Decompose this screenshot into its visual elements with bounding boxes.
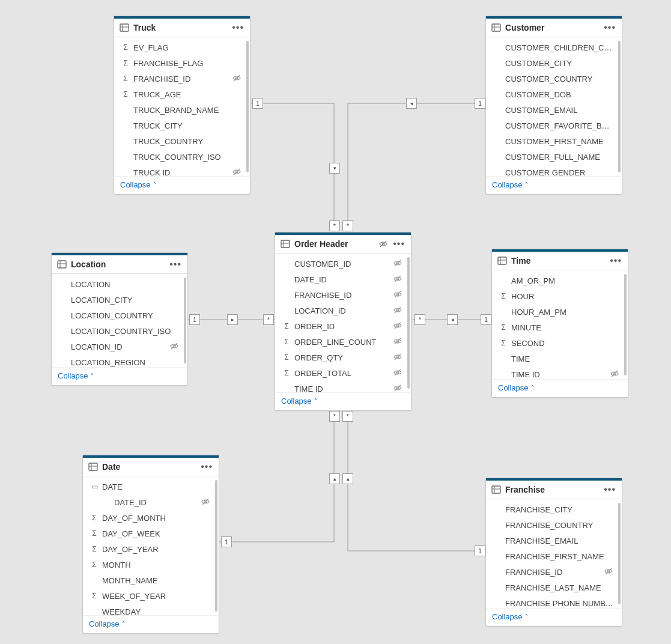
field-row[interactable]: LOCATION_REGION [52,354,187,367]
collapse-button[interactable]: Collapse ˄ [492,180,528,189]
field-row[interactable]: LOCATION_ID [275,303,411,318]
field-row[interactable]: ΣEV_FLAG [114,40,250,55]
table-card-order-header[interactable]: Order Header ••• CUSTOMER_IDDATE_IDFRANC… [275,232,411,411]
field-row[interactable]: CUSTOMER_DOB [486,87,622,102]
collapse-button[interactable]: Collapse ˄ [120,180,156,189]
collapse-button[interactable]: Collapse ˄ [58,371,94,380]
field-row[interactable]: FRANCHISE_ID [275,287,411,303]
field-list[interactable]: AM_OR_PMΣHOURHOUR_AM_PMΣMINUTEΣSECONDTIM… [492,270,628,379]
field-row[interactable]: ΣFRANCHISE_ID [114,71,250,87]
field-row[interactable]: LOCATION_COUNTRY_ISO [52,323,187,339]
card-header[interactable]: Franchise ••• [486,481,622,499]
collapse-button[interactable]: Collapse ˄ [492,612,528,621]
field-row[interactable]: ΣWEEK_OF_YEAR [83,588,219,604]
field-list[interactable]: LOCATIONLOCATION_CITYLOCATION_COUNTRYLOC… [52,274,187,367]
collapse-button[interactable]: Collapse ˄ [498,383,534,392]
hidden-eye-icon [232,167,241,177]
field-row[interactable]: LOCATION [52,276,187,292]
card-header[interactable]: Customer ••• [486,19,622,37]
field-row[interactable]: CUSTOMER_EMAIL [486,102,622,118]
field-row[interactable]: CUSTOMER_COUNTRY [486,71,622,87]
field-row[interactable]: AM_OR_PM [492,273,628,288]
table-card-franchise[interactable]: Franchise ••• FRANCHISE_CITYFRANCHISE_CO… [485,478,622,627]
model-canvas[interactable]: 1 ▾ * 1 ◂ * 1 ▸ * * ◂ 1 1 ▴ * 1 ▴ * Truc… [0,0,671,644]
field-row[interactable]: ΣHOUR [492,288,628,304]
field-row[interactable]: LOCATION_ID [52,339,187,354]
field-row[interactable]: WEEKDAY [83,604,219,615]
field-row[interactable]: FRANCHISE_FIRST_NAME [486,548,622,564]
field-row[interactable]: FRANCHISE PHONE NUMBER [486,595,622,608]
more-options-icon[interactable]: ••• [610,259,622,263]
field-row[interactable]: TIME [492,351,628,366]
collapse-label: Collapse [492,180,523,189]
field-row[interactable]: ΣORDER_ID [275,318,411,334]
field-row[interactable]: LOCATION_COUNTRY [52,308,187,323]
field-row[interactable]: ΣTRUCK_AGE [114,87,250,102]
cardinality-many: * [329,411,340,422]
more-options-icon[interactable]: ••• [604,26,616,29]
field-row[interactable]: FRANCHISE_EMAIL [486,533,622,548]
card-header[interactable]: Order Header ••• [275,235,411,254]
filter-direction-icon: ▴ [342,473,353,484]
svg-rect-33 [89,463,97,470]
field-row[interactable]: ΣSECOND [492,335,628,351]
field-row[interactable]: ΣFRANCHISE_FLAG [114,55,250,71]
card-header[interactable]: Time ••• [492,252,628,270]
more-options-icon[interactable]: ••• [169,263,181,266]
field-row[interactable]: FRANCHISE_ID [486,564,622,580]
field-row[interactable]: CUSTOMER_CHILDREN_COUNT [486,40,622,55]
field-list[interactable]: FRANCHISE_CITYFRANCHISE_COUNTRYFRANCHISE… [486,499,622,608]
more-options-icon[interactable]: ••• [604,488,616,491]
field-row[interactable]: HOUR_AM_PM [492,304,628,320]
table-card-truck[interactable]: Truck ••• ΣEV_FLAGΣFRANCHISE_FLAGΣFRANCH… [114,16,250,195]
field-row[interactable]: MONTH_NAME [83,573,219,588]
field-row[interactable]: TRUCK_BRAND_NAME [114,102,250,118]
field-row[interactable]: CUSTOMER_FAVORITE_BAND [486,118,622,133]
field-list[interactable]: CUSTOMER_CHILDREN_COUNTCUSTOMER_CITYCUST… [486,37,622,176]
field-row[interactable]: DATE_ID [275,272,411,287]
field-list[interactable]: ΣEV_FLAGΣFRANCHISE_FLAGΣFRANCHISE_IDΣTRU… [114,37,250,176]
collapse-button[interactable]: Collapse ˄ [89,619,125,628]
table-card-customer[interactable]: Customer ••• CUSTOMER_CHILDREN_COUNTCUST… [485,16,622,195]
table-title: Franchise [505,485,545,494]
card-header[interactable]: Truck ••• [114,19,250,37]
field-row[interactable]: TIME ID [492,366,628,379]
field-list[interactable]: CUSTOMER_IDDATE_IDFRANCHISE_IDLOCATION_I… [275,254,411,392]
field-row[interactable]: ▭DATE [83,479,219,494]
sigma-icon: Σ [281,322,292,330]
field-row[interactable]: TRUCK ID [114,165,250,176]
field-row[interactable]: FRANCHISE_COUNTRY [486,517,622,533]
field-row[interactable]: TIME ID [275,381,411,392]
field-row[interactable]: ΣORDER_LINE_COUNT [275,334,411,350]
collapse-button[interactable]: Collapse ˄ [281,396,317,406]
field-row[interactable]: DATE_ID [83,494,219,510]
field-row[interactable]: TRUCK_CITY [114,118,250,133]
field-row[interactable]: FRANCHISE_CITY [486,502,622,517]
field-row[interactable]: ΣORDER_TOTAL [275,365,411,381]
table-card-location[interactable]: Location ••• LOCATIONLOCATION_CITYLOCATI… [51,252,188,386]
field-row[interactable]: ΣMONTH [83,557,219,573]
field-row[interactable]: ΣORDER_QTY [275,350,411,365]
field-row[interactable]: CUSTOMER_FIRST_NAME [486,133,622,149]
field-row[interactable]: TRUCK_COUNTRY [114,133,250,149]
table-title: Customer [505,23,544,32]
field-row[interactable]: ΣMINUTE [492,320,628,335]
field-row[interactable]: ΣDAY_OF_WEEK [83,526,219,541]
more-options-icon[interactable]: ••• [201,465,213,469]
field-row[interactable]: CUSTOMER_FULL_NAME [486,149,622,165]
field-row[interactable]: CUSTOMER_ID [275,256,411,272]
card-header[interactable]: Date ••• [83,458,219,476]
field-row[interactable]: ΣDAY_OF_MONTH [83,510,219,526]
field-row[interactable]: ΣDAY_OF_YEAR [83,541,219,557]
more-options-icon[interactable]: ••• [232,26,244,29]
field-row[interactable]: TRUCK_COUNTRY_ISO [114,149,250,165]
field-row[interactable]: CUSTOMER GENDER [486,165,622,176]
more-options-icon[interactable]: ••• [393,242,405,246]
card-header[interactable]: Location ••• [52,255,187,274]
field-row[interactable]: CUSTOMER_CITY [486,55,622,71]
field-row[interactable]: FRANCHISE_LAST_NAME [486,580,622,595]
field-row[interactable]: LOCATION_CITY [52,292,187,308]
table-card-date[interactable]: Date ••• ▭DATEDATE_IDΣDAY_OF_MONTHΣDAY_O… [82,455,219,634]
field-list[interactable]: ▭DATEDATE_IDΣDAY_OF_MONTHΣDAY_OF_WEEKΣDA… [83,476,219,615]
table-card-time[interactable]: Time ••• AM_OR_PMΣHOURHOUR_AM_PMΣMINUTEΣ… [491,249,628,398]
